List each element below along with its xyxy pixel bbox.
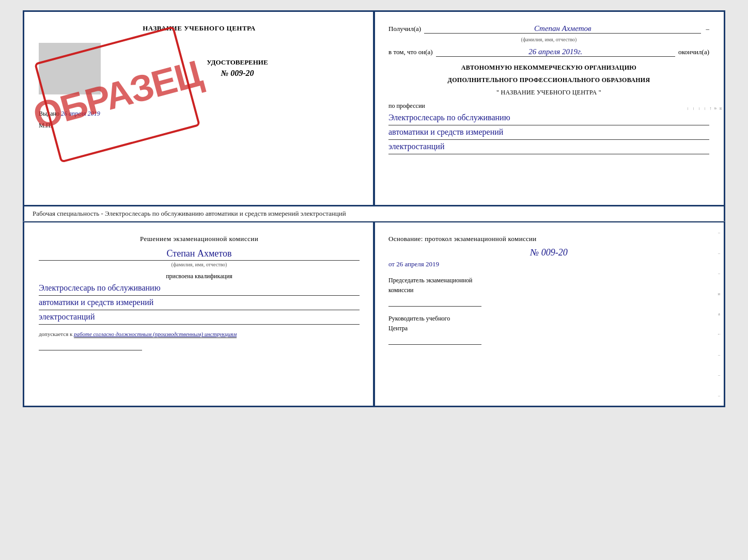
separator-text: Рабочая специальность - Электрослесарь п… (33, 210, 346, 217)
document-wrapper: НАЗВАНИЕ УЧЕБНОГО ЦЕНТРА УДОСТОВЕРЕНИЕ №… (23, 10, 725, 407)
prisvoena-label: присвоена квалификация (39, 273, 360, 280)
bottom-sig-line (39, 341, 142, 350)
edge-mark-2: – (718, 251, 720, 255)
protocol-date-value: 26 апреля 2019 (396, 260, 439, 268)
edge-mark-8: – (718, 373, 720, 377)
deco-char-3: ← (708, 106, 713, 111)
osnov-title: Основание: протокол экзаменационной коми… (388, 235, 709, 243)
rukovoditel-line2: Центра (388, 325, 709, 332)
dash: – (704, 25, 709, 33)
deco-char-2: а (713, 107, 719, 109)
predsedatel-line2: комиссии (388, 286, 709, 294)
cert-left-panel: НАЗВАНИЕ УЧЕБНОГО ЦЕНТРА УДОСТОВЕРЕНИЕ №… (24, 12, 374, 205)
qual-line-2: автоматики и средств измерений (39, 297, 360, 310)
bottom-person-name: Степан Ахметов (39, 248, 360, 261)
predsedatel-sig-line (388, 296, 481, 307)
issued-label: Выдано (39, 110, 59, 117)
bottom-right-panel: Основание: протокол экзаменационной коми… (374, 222, 724, 406)
decision-title: Решением экзаменационной комиссии (39, 235, 360, 243)
profession-lines: Электрослесарь по обслуживанию автоматик… (388, 112, 709, 154)
rukovoditel-line1: Руководитель учебного (388, 315, 709, 323)
issued-date: 26 апреля 2019 (61, 110, 100, 117)
date-value: 26 апреля 2019г. (436, 47, 675, 57)
okonchil-label: окончил(а) (678, 48, 709, 56)
predsedatel-line1: Председатель экзаменационной (388, 277, 709, 284)
dopusk-prefix: допускается к (39, 331, 72, 337)
po-professii-label: по профессии (388, 102, 709, 110)
photo-placeholder (39, 43, 101, 94)
rukovoditel-sig-line (388, 334, 481, 345)
recipient-line: Получил(а) Степан Ахметов – (388, 24, 709, 34)
poluchil-label: Получил(а) (388, 25, 421, 33)
dopusk-text: работе согласно должностным (производств… (74, 330, 237, 338)
org-line2: ДОПОЛНИТЕЛЬНОГО ПРОФЕССИОНАЛЬНОГО ОБРАЗО… (388, 75, 709, 85)
separator-label: Рабочая специальность - Электрослесарь п… (23, 206, 725, 221)
top-certificate-spread: НАЗВАНИЕ УЧЕБНОГО ЦЕНТРА УДОСТОВЕРЕНИЕ №… (23, 10, 725, 206)
org-quote: " НАЗВАНИЕ УЧЕБНОГО ЦЕНТРА " (388, 88, 709, 97)
edge-mark-1: – (718, 230, 720, 235)
edge-mark-9: – (718, 393, 720, 398)
recipient-name: Степан Ахметов (424, 24, 701, 34)
bottom-left-panel: Решением экзаменационной комиссии Степан… (24, 222, 374, 406)
cert-number: № 009-20 (115, 69, 360, 78)
deco-char-1: и (719, 107, 724, 110)
edge-mark-4: и (718, 292, 720, 296)
deco-dash-4: – (685, 107, 691, 110)
right-side-deco: и а ← – – – – (713, 12, 724, 205)
dopuskaetsya-section: допускается к работе согласно должностны… (39, 331, 360, 337)
qual-line-1: Электрослесарь по обслуживанию (39, 282, 360, 296)
deco-dash-1: – (703, 107, 708, 110)
org-line1: АВТОНОМНУЮ НЕКОММЕРЧЕСКУЮ ОРГАНИЗАЦИЮ (388, 63, 709, 72)
edge-mark-3: – (718, 271, 720, 276)
bottom-certificate-spread: Решением экзаменационной комиссии Степан… (23, 221, 725, 407)
prof-line-3: электростанций (388, 141, 709, 154)
vtom-label: в том, что он(а) (388, 48, 433, 56)
udostoverenie-label: УДОСТОВЕРЕНИЕ (115, 58, 360, 67)
edge-mark-6: ← (717, 332, 721, 337)
cert-issued: Выдано 26 апреля 2019 (39, 108, 360, 118)
qual-line-3: электростанций (39, 311, 360, 325)
vtom-line: в том, что он(а) 26 апреля 2019г. окончи… (388, 47, 709, 57)
deco-dash-2: – (697, 107, 703, 110)
cert-right-panel: Получил(а) Степан Ахметов – (фамилия, им… (374, 12, 724, 205)
protocol-date: от 26 апреля 2019 (388, 260, 709, 268)
ot-label: от (388, 260, 395, 268)
fio-sub-top: (фамилия, имя, отчество) (388, 37, 709, 42)
edge-mark-7: – (718, 353, 720, 357)
org-name-top: НАЗВАНИЕ УЧЕБНОГО ЦЕНТРА (39, 24, 360, 33)
deco-dash-3: – (691, 107, 697, 110)
right-edge-marks: – – – и а ← – – – (715, 222, 723, 406)
bottom-fio-sub: (фамилия, имя, отчество) (39, 262, 360, 267)
qual-lines: Электрослесарь по обслуживанию автоматик… (39, 282, 360, 325)
prof-line-1: Электрослесарь по обслуживанию (388, 112, 709, 125)
mp-label: М.П. (39, 122, 360, 130)
protocol-number: № 009-20 (388, 247, 709, 258)
edge-mark-5: а (718, 312, 720, 316)
prof-line-2: автоматики и средств измерений (388, 126, 709, 140)
